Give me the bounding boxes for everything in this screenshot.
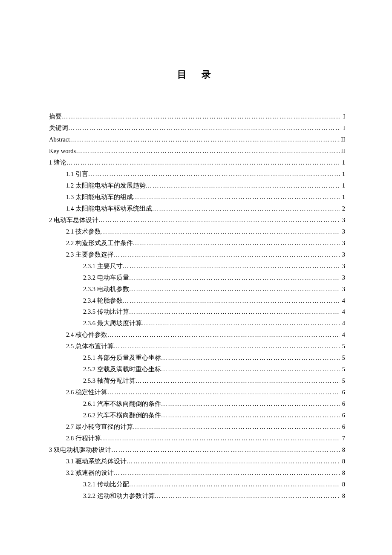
toc-entry-page: 1 <box>340 180 345 191</box>
toc-leader-dots <box>114 467 340 479</box>
toc-entry: 2.1 技术参数3 <box>49 226 345 237</box>
toc-entry-label: 2.7 最小转弯直径的计算 <box>66 421 133 433</box>
toc-entry-page: II <box>340 134 345 145</box>
toc-entry: 2.2 构造形式及工作条件3 <box>49 237 345 249</box>
toc-entry-page: 3 <box>340 272 345 283</box>
toc-title: 目 录 <box>49 68 345 81</box>
toc-entry: 1.1 引言1 <box>49 168 345 180</box>
toc-entry: 2.3.6 最大爬坡度计算4 <box>49 318 345 329</box>
toc-leader-dots <box>66 157 340 168</box>
toc-entry-page: 4 <box>340 295 345 306</box>
toc-entry-page: 2 <box>340 203 345 214</box>
toc-entry-label: 2.6.2 汽车不横向翻倒的条件 <box>83 410 161 421</box>
toc-entry-label: 3.2.2 运动和动力参数计算 <box>83 490 155 502</box>
toc-entry-page: 5 <box>340 375 345 387</box>
toc-entry: 2.3.4 轮胎参数4 <box>49 295 345 306</box>
toc-entry-page: 5 <box>340 352 345 364</box>
toc-entry-label: 1 绪论 <box>49 157 66 168</box>
toc-leader-dots <box>68 122 340 134</box>
document-page: 目 录 摘要I关键词IAbstractIIKey wordsII1 绪论11.1… <box>0 0 392 536</box>
toc-entry: 2.5 总体布置计算5 <box>49 341 345 352</box>
toc-entry: 1.3 太阳能电动车的组成1 <box>49 191 345 203</box>
toc-leader-dots <box>76 145 340 157</box>
toc-leader-dots <box>129 272 340 283</box>
toc-entry-label: 1.3 太阳能电动车的组成 <box>66 191 133 203</box>
toc-entry-page: I <box>340 111 345 122</box>
toc-entry-page: I <box>340 122 345 134</box>
toc-leader-dots <box>123 295 340 306</box>
toc-entry-label: 摘要 <box>49 111 62 122</box>
toc-leader-dots <box>70 134 340 145</box>
toc-entry-label: 2.5.3 轴荷分配计算 <box>83 375 135 387</box>
toc-entry-label: 2.3.6 最大爬坡度计算 <box>83 318 142 329</box>
toc-entry-page: 7 <box>340 433 345 444</box>
toc-entry-label: Abstract <box>49 134 70 145</box>
toc-leader-dots <box>129 306 340 318</box>
toc-entry-page: 3 <box>340 260 345 272</box>
toc-entry-page: 8 <box>340 456 345 467</box>
toc-entry: 2.3.1 主要尺寸3 <box>49 260 345 272</box>
toc-entry: 3.2 减速器的设计8 <box>49 467 345 479</box>
toc-leader-dots <box>101 226 340 237</box>
toc-entry: 3.2.1 传动比分配8 <box>49 479 345 490</box>
toc-entry-label: 2.3.3 电动机参数 <box>83 283 129 295</box>
toc-entry: 2.3.5 传动比计算4 <box>49 306 345 318</box>
toc-entry: AbstractII <box>49 134 345 145</box>
toc-leader-dots <box>161 398 340 410</box>
toc-leader-dots <box>155 490 340 502</box>
toc-leader-dots <box>146 180 340 191</box>
toc-entry-page: 8 <box>340 467 345 479</box>
toc-entry-label: 3 双电动机驱动桥设计 <box>49 444 111 456</box>
toc-entry-label: 2.6 稳定性计算 <box>66 387 107 398</box>
toc-entry-page: 4 <box>340 329 345 341</box>
toc-entry-page: 6 <box>340 387 345 398</box>
toc-leader-dots <box>161 352 340 364</box>
toc-entry: 3.2.2 运动和动力参数计算8 <box>49 490 345 502</box>
toc-entry: 2.4 核心件参数4 <box>49 329 345 341</box>
toc-entry-page: 8 <box>340 490 345 502</box>
toc-leader-dots <box>129 479 340 490</box>
toc-entry: 1.4 太阳能电动车驱动系统组成2 <box>49 203 345 214</box>
toc-entry: 2.6.2 汽车不横向翻倒的条件6 <box>49 410 345 421</box>
toc-entry: 关键词I <box>49 122 345 134</box>
toc-entry-page: II <box>340 145 345 157</box>
toc-entry-label: 2.5.2 空载及满载时重心坐标 <box>83 364 161 375</box>
toc-entry-page: 6 <box>340 410 345 421</box>
toc-entry-label: 3.2 减速器的设计 <box>66 467 114 479</box>
toc-entry-label: 2 电动车总体设计 <box>49 214 98 226</box>
toc-entry: 2 电动车总体设计3 <box>49 214 345 226</box>
toc-leader-dots <box>127 456 340 467</box>
toc-entry: 2.3.2 电动车质量3 <box>49 272 345 283</box>
toc-entry: 2.8 行程计算7 <box>49 433 345 444</box>
toc-entry-page: 1 <box>340 191 345 203</box>
toc-entry: 2.6.1 汽车不纵向翻倒的条件6 <box>49 398 345 410</box>
toc-entry: 2.3.3 电动机参数3 <box>49 283 345 295</box>
toc-entry: 摘要I <box>49 111 345 122</box>
toc-entry: 2.7 最小转弯直径的计算6 <box>49 421 345 433</box>
toc-entry-label: 关键词 <box>49 122 68 134</box>
toc-leader-dots <box>133 237 340 249</box>
toc-leader-dots <box>62 111 340 122</box>
toc-entry-page: 5 <box>340 341 345 352</box>
toc-entry-label: 1.1 引言 <box>66 168 88 180</box>
toc-entry-page: 5 <box>340 364 345 375</box>
toc-entry-label: 2.8 行程计算 <box>66 433 101 444</box>
toc-entry-label: 2.3.5 传动比计算 <box>83 306 129 318</box>
toc-entry-page: 8 <box>340 479 345 490</box>
toc-entry: 1 绪论1 <box>49 157 345 168</box>
toc-leader-dots <box>114 341 340 352</box>
toc-entry-page: 3 <box>340 237 345 249</box>
toc-leader-dots <box>107 329 340 341</box>
toc-leader-dots <box>114 249 340 260</box>
toc-entry: 3 双电动机驱动桥设计8 <box>49 444 345 456</box>
toc-entry-label: 2.3.2 电动车质量 <box>83 272 129 283</box>
toc-entry-label: 1.2 太阳能电动车的发展趋势 <box>66 180 146 191</box>
toc-entry-page: 3 <box>340 214 345 226</box>
toc-leader-dots <box>107 387 340 398</box>
toc-leader-dots <box>88 168 340 180</box>
toc-entry-page: 3 <box>340 283 345 295</box>
toc-entry-page: 1 <box>340 157 345 168</box>
toc-entry-label: 2.5.1 各部分质量及重心坐标 <box>83 352 161 364</box>
toc-container: 摘要I关键词IAbstractIIKey wordsII1 绪论11.1 引言1… <box>49 111 345 502</box>
toc-leader-dots <box>133 191 340 203</box>
